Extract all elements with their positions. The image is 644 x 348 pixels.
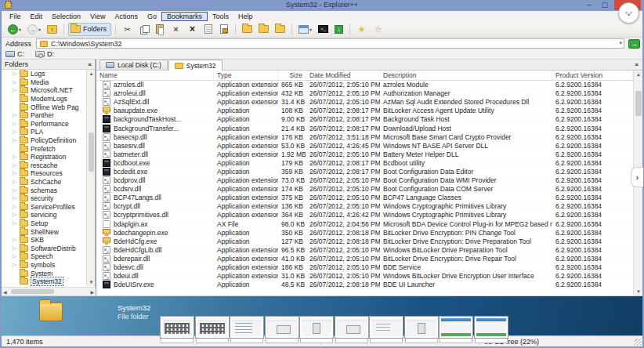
add-bookmark-button[interactable]: ★ xyxy=(354,23,369,36)
folders-pane-close-icon[interactable]: × xyxy=(88,61,92,68)
table-row[interactable]: backgroundTaskHost...Application9.00 KB2… xyxy=(96,115,633,124)
menu-item-view[interactable]: View xyxy=(85,12,110,21)
window-thumbnail[interactable] xyxy=(161,317,194,343)
tree-item-symbols[interactable]: ▷symbols xyxy=(2,261,87,270)
table-row[interactable]: BackgroundTransfer...Application21.4 KB2… xyxy=(96,124,633,132)
tree-item-microsoft-net[interactable]: ▷Microsoft.NET xyxy=(2,86,87,95)
window-thumbnail[interactable] xyxy=(405,317,438,343)
title-bar[interactable]: System32 - Explorer++ – ▢ × xyxy=(0,0,644,11)
forward-button[interactable]: →▾ xyxy=(25,23,43,36)
panel-expander-chevron[interactable]: › xyxy=(631,167,643,187)
table-row[interactable]: bcdsrv.dllApplication extension174 KB26/… xyxy=(96,185,633,194)
table-row[interactable]: baaupdate.exeApplication108 KB26/07/2012… xyxy=(96,107,633,115)
refresh-button[interactable]: ↓ xyxy=(332,23,346,36)
expand-arrow-icon[interactable]: ▷ xyxy=(13,179,20,185)
scroll-up-icon[interactable]: ▲ xyxy=(634,72,643,77)
table-row[interactable]: azroleui.dllApplication extension432 KB2… xyxy=(96,89,633,98)
tree-item-modemlogs[interactable]: ModemLogs xyxy=(2,95,87,103)
window-thumbnail[interactable] xyxy=(230,317,263,343)
rename-button[interactable] xyxy=(201,23,215,36)
tree-horizontal-scrollbar[interactable]: ◀ ▶ xyxy=(2,287,96,295)
expand-arrow-icon[interactable]: ▷ xyxy=(13,71,20,77)
expand-arrow-icon[interactable]: ▷ xyxy=(13,262,20,268)
expand-arrow-icon[interactable]: ▷ xyxy=(13,112,20,118)
up-button[interactable]: ↑ xyxy=(45,23,60,36)
window-thumbnail[interactable] xyxy=(335,317,368,343)
table-row[interactable]: bcrypt.dllApplication extension136 KB26/… xyxy=(96,202,633,211)
expand-arrow-icon[interactable]: ▷ xyxy=(13,129,20,135)
expand-arrow-icon[interactable]: ▷ xyxy=(13,212,20,218)
table-row[interactable]: basecsp.dllApplication extension176 KB26… xyxy=(96,133,633,142)
folders-toggle[interactable]: Folders xyxy=(68,23,111,36)
column-header-name[interactable]: Name xyxy=(96,71,214,80)
views-button[interactable]: ▾ xyxy=(296,23,314,36)
table-row[interactable]: bdesvc.dllApplication extension186 KB26/… xyxy=(96,263,633,272)
expand-arrow-icon[interactable]: ▷ xyxy=(13,170,20,176)
expand-arrow-icon[interactable]: ▷ xyxy=(13,237,20,243)
table-row[interactable]: bdaplgin.axAX File98.0 KB26/07/2012, 2:0… xyxy=(96,220,633,229)
menu-item-file[interactable]: File xyxy=(5,12,26,21)
tab-local-disk-c[interactable]: Local Disk (C:) xyxy=(99,60,168,70)
table-row[interactable]: bcryptprimitives.dllApplication extensio… xyxy=(96,211,633,219)
tree-item-registration[interactable]: ▷Registration xyxy=(2,153,87,161)
menu-item-help[interactable]: Help xyxy=(233,12,258,21)
tree-item-servicing[interactable]: ▷servicing xyxy=(2,211,87,219)
expand-arrow-icon[interactable]: ▷ xyxy=(13,187,20,194)
maximize-button[interactable]: ▢ xyxy=(597,0,613,10)
expand-arrow-icon[interactable]: ▷ xyxy=(13,253,20,259)
expand-arrow-icon[interactable]: ▷ xyxy=(13,79,20,85)
table-row[interactable]: basesrv.dllApplication extension53.0 KB2… xyxy=(96,142,633,150)
tab-close-icon[interactable]: × xyxy=(635,61,639,68)
minimize-button[interactable]: – xyxy=(581,0,597,10)
expand-arrow-icon[interactable]: ▷ xyxy=(13,137,20,143)
column-header-date-modified[interactable]: Date Modified xyxy=(306,71,380,80)
expand-arrow-icon[interactable]: ▷ xyxy=(13,162,20,169)
tree-item-resources[interactable]: ▷Resources xyxy=(2,169,87,178)
chevron-down-icon[interactable]: ▾ xyxy=(619,40,622,46)
expand-arrow-icon[interactable]: ▷ xyxy=(13,195,20,201)
tree-item-system32[interactable]: System32 xyxy=(2,277,87,286)
window-thumbnail[interactable] xyxy=(440,317,472,343)
scroll-down-icon[interactable]: ▼ xyxy=(87,280,96,285)
go-button[interactable]: → xyxy=(628,39,640,49)
column-header-size[interactable]: Size xyxy=(278,71,306,80)
back-button[interactable]: ←▾ xyxy=(5,23,24,36)
tree-vertical-scrollbar[interactable]: ▲ ▼ xyxy=(86,70,95,286)
menu-item-selection[interactable]: Selection xyxy=(47,12,85,21)
column-header-product-version[interactable]: Product Version xyxy=(552,71,633,80)
window-thumbnail[interactable] xyxy=(266,317,298,343)
expand-arrow-icon[interactable]: ▷ xyxy=(13,245,20,252)
tree-item-performance[interactable]: ▷Performance xyxy=(2,120,87,129)
menu-item-actions[interactable]: Actions xyxy=(110,12,143,21)
scrollbar-thumb[interactable] xyxy=(635,91,642,116)
menu-item-go[interactable]: Go xyxy=(143,12,161,21)
tree-item-panther[interactable]: ▷Panther xyxy=(2,111,87,120)
address-input[interactable]: C:\Windows\System32 ▾ xyxy=(36,38,624,49)
expand-arrow-icon[interactable]: ▷ xyxy=(13,204,20,210)
table-row[interactable]: BdeHdCfgLib.dllApplication extension96.5… xyxy=(96,246,633,255)
tree-item-softwaredistrib[interactable]: ▷SoftwareDistrib xyxy=(2,244,87,252)
window-thumbnail[interactable] xyxy=(196,317,229,343)
scroll-up-icon[interactable]: ▲ xyxy=(87,71,96,76)
chevron-down-icon[interactable]: ▾ xyxy=(38,27,41,32)
column-header-type[interactable]: Type xyxy=(214,71,278,80)
menu-item-bookmarks[interactable]: Bookmarks xyxy=(161,12,208,21)
table-row[interactable]: bcdboot.exeApplication179 KB26/07/2012, … xyxy=(96,159,633,168)
table-row[interactable]: bcdprov.dllApplication extension73.0 KB2… xyxy=(96,176,633,185)
resize-grip[interactable] xyxy=(635,339,642,346)
manage-bookmarks-button[interactable]: ☆ xyxy=(371,23,385,36)
table-row[interactable]: AzSqlExt.dllApplication extension31.4 KB… xyxy=(96,98,633,107)
tab-system32[interactable]: System32 xyxy=(168,60,223,71)
window-thumbnail[interactable] xyxy=(475,317,508,343)
delete-permanently-button[interactable]: × xyxy=(185,23,200,36)
properties-button[interactable] xyxy=(217,23,231,36)
table-row[interactable]: azroles.dllApplication extension865 KB26… xyxy=(96,81,633,89)
window-thumbnail[interactable] xyxy=(300,317,333,343)
expand-arrow-icon[interactable]: ▷ xyxy=(13,154,20,160)
tree-item-logs[interactable]: ▷Logs xyxy=(2,70,87,78)
column-header-description[interactable]: Description xyxy=(380,71,552,80)
tree-item-serviceprofiles[interactable]: ▷ServiceProfiles xyxy=(2,203,87,212)
chevron-down-icon[interactable]: ▾ xyxy=(18,27,21,32)
table-row[interactable]: batmeter.dllApplication extension1.92 MB… xyxy=(96,150,633,159)
tree-item-pla[interactable]: ▷PLA xyxy=(2,128,87,136)
